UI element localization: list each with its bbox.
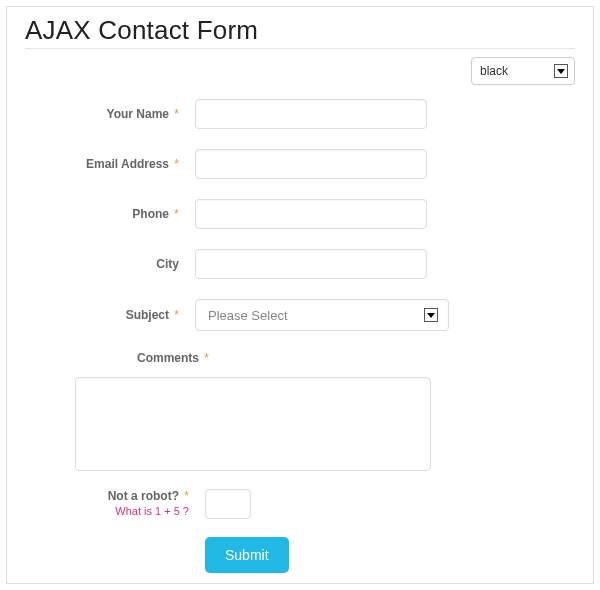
contact-form: Your Name * Email Address * Phone * xyxy=(45,99,575,573)
required-mark: * xyxy=(174,207,179,221)
row-subject: Subject * Please Select xyxy=(45,299,575,331)
required-mark: * xyxy=(174,308,179,322)
title-divider xyxy=(25,48,575,49)
theme-select-value: black xyxy=(480,64,508,78)
chevron-down-icon xyxy=(424,308,438,322)
comments-textarea[interactable] xyxy=(75,377,431,471)
submit-button[interactable]: Submit xyxy=(205,537,289,573)
label-email: Email Address * xyxy=(45,157,185,171)
submit-row: Submit xyxy=(205,537,575,573)
phone-input[interactable] xyxy=(195,199,427,229)
row-phone: Phone * xyxy=(45,199,575,229)
required-mark: * xyxy=(184,489,189,503)
row-robot: Not a robot? * What is 1 + 5 ? xyxy=(45,489,575,519)
required-mark: * xyxy=(204,351,209,365)
row-name: Your Name * xyxy=(45,99,575,129)
label-city: City xyxy=(45,257,185,271)
subject-select-value: Please Select xyxy=(208,308,288,323)
subject-select[interactable]: Please Select xyxy=(195,299,449,331)
email-input[interactable] xyxy=(195,149,427,179)
row-email: Email Address * xyxy=(45,149,575,179)
name-input[interactable] xyxy=(195,99,427,129)
label-subject: Subject * xyxy=(45,308,185,322)
theme-select[interactable]: black xyxy=(471,57,575,85)
city-input[interactable] xyxy=(195,249,427,279)
contact-form-panel: AJAX Contact Form black Your Name * Emai… xyxy=(6,6,594,584)
captcha-input[interactable] xyxy=(205,489,251,519)
label-phone: Phone * xyxy=(45,207,185,221)
row-city: City xyxy=(45,249,575,279)
required-mark: * xyxy=(174,107,179,121)
label-robot: Not a robot? * What is 1 + 5 ? xyxy=(45,489,195,517)
required-mark: * xyxy=(174,157,179,171)
row-comments: Comments * xyxy=(45,351,575,471)
theme-row: black xyxy=(25,57,575,85)
chevron-down-icon xyxy=(554,64,568,78)
captcha-question: What is 1 + 5 ? xyxy=(45,505,189,517)
label-comments: Comments * xyxy=(137,351,575,365)
page-title: AJAX Contact Form xyxy=(25,15,575,46)
label-name: Your Name * xyxy=(45,107,185,121)
